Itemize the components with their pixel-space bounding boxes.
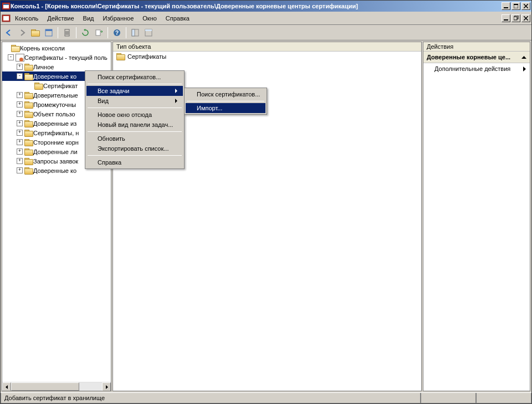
cm-new-taskpad[interactable]: Новый вид панели задач... <box>86 120 183 130</box>
toolbar-separator <box>108 27 108 38</box>
chevron-right-icon <box>523 67 526 71</box>
expander-icon[interactable]: + <box>17 101 23 108</box>
scroll-right-button[interactable] <box>102 382 111 391</box>
statusbar: Добавить сертификат в хранилище <box>1 392 531 403</box>
menu-help[interactable]: Справка <box>161 13 194 24</box>
maximize-button[interactable] <box>511 2 520 10</box>
mdi-app-icon <box>2 14 11 23</box>
context-submenu: Поиск сертификатов... Импорт... <box>184 88 267 115</box>
mmc-window: Консоль1 - [Корень консоли\Сертификаты -… <box>0 0 532 404</box>
toolbar-separator <box>76 27 76 38</box>
scrollbar-track[interactable] <box>11 382 102 391</box>
cm-label: Импорт... <box>197 105 222 111</box>
expander-icon[interactable]: - <box>8 54 14 60</box>
expander-icon[interactable]: + <box>17 130 23 136</box>
folder-icon <box>24 148 33 155</box>
svg-line-14 <box>524 16 528 21</box>
tree-certs[interactable]: - Сертификаты - текущий поль <box>2 53 111 62</box>
expander-icon[interactable]: + <box>17 64 23 70</box>
mdi-minimize-button[interactable] <box>502 14 510 22</box>
scroll-left-button[interactable] <box>2 382 11 391</box>
up-button[interactable] <box>29 27 42 39</box>
menu-action[interactable]: Действие <box>43 13 78 24</box>
svg-rect-2 <box>3 4 9 5</box>
tree-label: Доверенные ли <box>33 149 78 155</box>
cm-export-list[interactable]: Экспортировать список... <box>86 144 183 154</box>
svg-rect-25 <box>132 29 135 36</box>
horizontal-scrollbar[interactable] <box>2 382 111 391</box>
tree-label: Доверенные ко <box>33 73 76 80</box>
cm-all-tasks[interactable]: Все задачи <box>86 86 183 96</box>
svg-rect-11 <box>515 16 518 19</box>
sm-find-certs[interactable]: Поиск сертификатов... <box>186 89 265 99</box>
folder-icon <box>24 101 33 108</box>
cm-refresh[interactable]: Обновить <box>86 134 183 144</box>
minimize-button[interactable] <box>502 2 510 10</box>
back-button[interactable] <box>3 27 15 39</box>
folder-icon <box>24 129 33 136</box>
toolbar-separator <box>126 27 126 38</box>
cm-separator <box>88 131 182 132</box>
folder-icon <box>24 157 33 165</box>
sm-import[interactable]: Импорт... <box>186 103 265 113</box>
menu-console[interactable]: Консоль <box>11 13 43 24</box>
delete-button[interactable] <box>61 27 73 39</box>
svg-line-6 <box>524 4 528 8</box>
options1-button[interactable] <box>129 27 141 39</box>
expander-icon[interactable]: - <box>17 73 23 79</box>
svg-rect-27 <box>145 29 152 31</box>
cm-find-certs[interactable]: Поиск сертификатов... <box>86 72 183 82</box>
expander-icon[interactable]: + <box>17 139 23 145</box>
collapse-icon <box>521 55 526 60</box>
actions-pane: Действия Доверенные корневые це... Допол… <box>423 42 530 391</box>
cm-label: Вид <box>98 98 109 104</box>
help-button[interactable]: ? <box>111 27 123 39</box>
list-item-label: Сертификаты <box>127 53 166 60</box>
menu-favorites[interactable]: Избранное <box>99 13 139 24</box>
window-title: Консоль1 - [Корень консоли\Сертификаты -… <box>11 3 500 9</box>
expander-icon[interactable]: + <box>17 111 23 117</box>
cm-label: Справка <box>98 159 121 166</box>
svg-line-7 <box>524 4 528 8</box>
cm-view[interactable]: Вид <box>86 96 183 106</box>
refresh-button[interactable] <box>79 27 91 39</box>
svg-rect-4 <box>514 4 518 8</box>
svg-text:?: ? <box>115 30 119 36</box>
mdi-close-button[interactable] <box>521 14 530 22</box>
options2-button[interactable] <box>142 27 155 39</box>
titlebar: Консоль1 - [Корень консоли\Сертификаты -… <box>1 1 531 12</box>
cm-new-window[interactable]: Новое окно отсюда <box>86 110 183 120</box>
actions-section[interactable]: Доверенные корневые це... <box>423 52 530 63</box>
tree-root[interactable]: Корень консоли <box>2 43 111 53</box>
tree-label: Доверенные из <box>33 120 76 127</box>
expander-icon[interactable]: + <box>17 120 23 126</box>
expander-icon[interactable]: + <box>17 167 23 173</box>
expander-icon[interactable]: + <box>17 92 23 98</box>
menu-view[interactable]: Вид <box>79 13 99 24</box>
cm-label: Поиск сертификатов... <box>98 74 161 80</box>
actions-section-label: Доверенные корневые це... <box>427 54 510 60</box>
cm-separator <box>88 84 182 84</box>
close-button[interactable] <box>521 2 530 10</box>
export-button[interactable] <box>93 27 105 39</box>
svg-rect-10 <box>504 19 508 21</box>
folder-icon <box>116 53 125 60</box>
cm-label: Новый вид панели задач... <box>98 121 173 128</box>
cm-label: Обновить <box>98 135 125 142</box>
list-header[interactable]: Тип объекта <box>113 42 421 52</box>
expander-icon[interactable]: + <box>17 149 23 155</box>
cm-separator <box>88 108 182 108</box>
show-hide-tree-button[interactable] <box>43 27 55 39</box>
mdi-restore-button[interactable] <box>511 14 520 22</box>
actions-item-more[interactable]: Дополнительные действия <box>423 63 530 74</box>
app-icon <box>2 2 11 11</box>
list-item[interactable]: Сертификаты <box>113 52 421 61</box>
forward-button[interactable] <box>16 27 28 39</box>
folder-icon <box>24 110 33 117</box>
cm-help[interactable]: Справка <box>86 157 183 167</box>
scrollbar-thumb[interactable] <box>11 382 79 391</box>
folder-icon <box>11 44 20 52</box>
menu-window[interactable]: Окно <box>138 13 161 24</box>
svg-rect-5 <box>514 4 518 5</box>
expander-icon[interactable]: + <box>17 158 23 164</box>
